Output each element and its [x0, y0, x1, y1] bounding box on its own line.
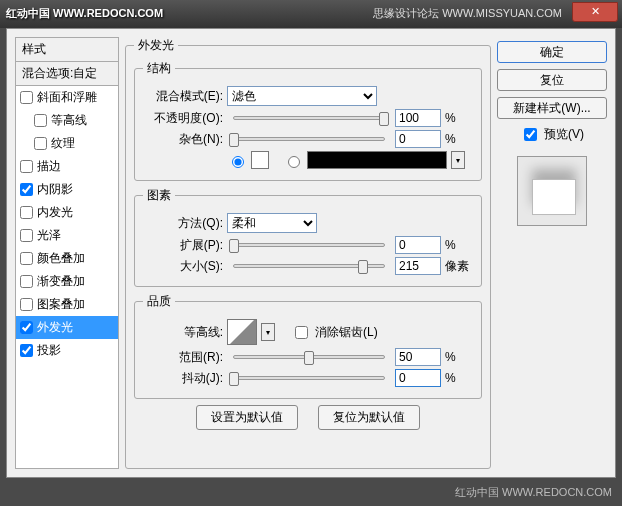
opacity-slider[interactable] — [233, 116, 385, 120]
gradient-radio[interactable] — [288, 156, 300, 168]
jitter-label: 抖动(J): — [143, 370, 223, 387]
reset-default-button[interactable]: 复位为默认值 — [318, 405, 420, 430]
blend-options-header[interactable]: 混合选项:自定 — [15, 61, 119, 85]
preview-label: 预览(V) — [544, 126, 584, 143]
color-radio[interactable] — [232, 156, 244, 168]
style-inner-glow[interactable]: 内发光 — [16, 201, 118, 224]
blend-mode-select[interactable]: 滤色 — [227, 86, 377, 106]
left-panel: 样式 混合选项:自定 斜面和浮雕 等高线 纹理 描边 内阴影 内发光 光泽 颜色… — [15, 37, 119, 469]
antialias-checkbox[interactable] — [295, 326, 308, 339]
right-panel: 确定 复位 新建样式(W)... 预览(V) — [497, 37, 607, 469]
watermark-footer: 红动中国 WWW.REDOCN.COM — [455, 485, 612, 500]
structure-group: 结构 混合模式(E): 滤色 不透明度(O): % 杂色(N): % — [134, 60, 482, 181]
outer-glow-group: 外发光 结构 混合模式(E): 滤色 不透明度(O): % 杂色(N): % — [125, 37, 491, 469]
checkbox-inner-shadow[interactable] — [20, 183, 33, 196]
gradient-dropdown-icon[interactable]: ▾ — [451, 151, 465, 169]
reset-button[interactable]: 复位 — [497, 69, 607, 91]
style-satin[interactable]: 光泽 — [16, 224, 118, 247]
style-pattern-overlay[interactable]: 图案叠加 — [16, 293, 118, 316]
checkbox-contour[interactable] — [34, 114, 47, 127]
checkbox-outer-glow[interactable] — [20, 321, 33, 334]
preview-thumbnail — [517, 156, 587, 226]
color-swatch[interactable] — [251, 151, 269, 169]
style-color-overlay[interactable]: 颜色叠加 — [16, 247, 118, 270]
quality-group: 品质 等高线: ▾ 消除锯齿(L) 范围(R): % 抖动(J): % — [134, 293, 482, 399]
style-gradient-overlay[interactable]: 渐变叠加 — [16, 270, 118, 293]
styles-header: 样式 — [15, 37, 119, 61]
watermark-right: 思缘设计论坛 WWW.MISSYUAN.COM — [373, 6, 562, 21]
style-list: 斜面和浮雕 等高线 纹理 描边 内阴影 内发光 光泽 颜色叠加 渐变叠加 图案叠… — [15, 85, 119, 469]
technique-select[interactable]: 柔和 — [227, 213, 317, 233]
range-input[interactable] — [395, 348, 441, 366]
new-style-button[interactable]: 新建样式(W)... — [497, 97, 607, 119]
close-button[interactable]: ✕ — [572, 2, 618, 22]
jitter-input[interactable] — [395, 369, 441, 387]
contour-label: 等高线: — [143, 324, 223, 341]
noise-input[interactable] — [395, 130, 441, 148]
ok-button[interactable]: 确定 — [497, 41, 607, 63]
size-input[interactable] — [395, 257, 441, 275]
size-slider[interactable] — [233, 264, 385, 268]
style-outer-glow[interactable]: 外发光 — [16, 316, 118, 339]
gradient-swatch[interactable] — [307, 151, 447, 169]
noise-slider[interactable] — [233, 137, 385, 141]
noise-label: 杂色(N): — [143, 131, 223, 148]
style-inner-shadow[interactable]: 内阴影 — [16, 178, 118, 201]
set-default-button[interactable]: 设置为默认值 — [196, 405, 298, 430]
checkbox-texture[interactable] — [34, 137, 47, 150]
checkbox-drop-shadow[interactable] — [20, 344, 33, 357]
preview-checkbox[interactable] — [524, 128, 537, 141]
spread-input[interactable] — [395, 236, 441, 254]
style-contour[interactable]: 等高线 — [16, 109, 118, 132]
outer-glow-legend: 外发光 — [134, 37, 178, 54]
watermark-left: 红动中国 WWW.REDOCN.COM — [6, 6, 163, 21]
style-drop-shadow[interactable]: 投影 — [16, 339, 118, 362]
size-label: 大小(S): — [143, 258, 223, 275]
jitter-slider[interactable] — [233, 376, 385, 380]
dialog: 样式 混合选项:自定 斜面和浮雕 等高线 纹理 描边 内阴影 内发光 光泽 颜色… — [6, 28, 616, 478]
mid-panel: 外发光 结构 混合模式(E): 滤色 不透明度(O): % 杂色(N): % — [125, 37, 491, 469]
technique-label: 方法(Q): — [143, 215, 223, 232]
range-slider[interactable] — [233, 355, 385, 359]
spread-slider[interactable] — [233, 243, 385, 247]
elements-group: 图素 方法(Q): 柔和 扩展(P): % 大小(S): 像素 — [134, 187, 482, 287]
titlebar: 红动中国 WWW.REDOCN.COM 思缘设计论坛 WWW.MISSYUAN.… — [0, 0, 622, 28]
spread-label: 扩展(P): — [143, 237, 223, 254]
antialias-label: 消除锯齿(L) — [315, 324, 378, 341]
range-label: 范围(R): — [143, 349, 223, 366]
style-bevel[interactable]: 斜面和浮雕 — [16, 86, 118, 109]
checkbox-inner-glow[interactable] — [20, 206, 33, 219]
checkbox-gradient-overlay[interactable] — [20, 275, 33, 288]
checkbox-pattern-overlay[interactable] — [20, 298, 33, 311]
style-texture[interactable]: 纹理 — [16, 132, 118, 155]
checkbox-bevel[interactable] — [20, 91, 33, 104]
checkbox-stroke[interactable] — [20, 160, 33, 173]
style-stroke[interactable]: 描边 — [16, 155, 118, 178]
checkbox-satin[interactable] — [20, 229, 33, 242]
opacity-label: 不透明度(O): — [143, 110, 223, 127]
blend-mode-label: 混合模式(E): — [143, 88, 223, 105]
opacity-input[interactable] — [395, 109, 441, 127]
checkbox-color-overlay[interactable] — [20, 252, 33, 265]
contour-dropdown-icon[interactable]: ▾ — [261, 323, 275, 341]
contour-picker[interactable] — [227, 319, 257, 345]
